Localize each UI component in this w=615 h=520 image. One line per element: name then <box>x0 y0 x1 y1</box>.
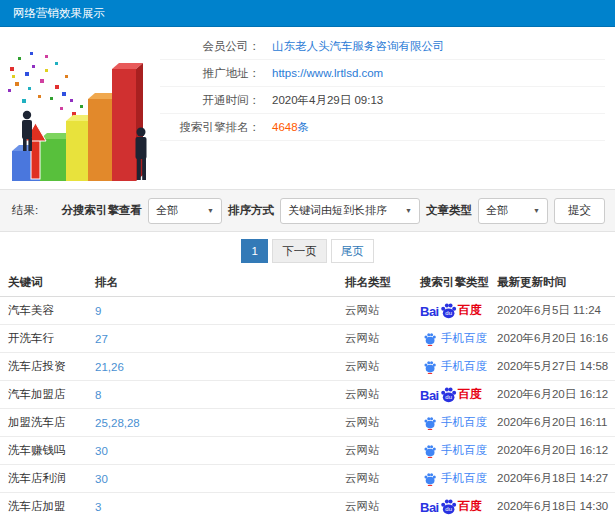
baidu-cn-text: 百度 <box>458 386 482 403</box>
baidu-logo: Bai du 百度 <box>420 498 482 515</box>
promo-url-link[interactable]: https://www.lrtlsd.com <box>272 67 383 79</box>
svg-text:du: du <box>445 310 452 316</box>
table-row: 开洗车行 27 云网站 手机百度 2020年6月20日 16:16 <box>0 325 615 353</box>
keyword-cell: 洗车赚钱吗 <box>8 443 95 458</box>
promo-url-row: 推广地址： https://www.lrtlsd.com <box>160 60 605 87</box>
table-row: 汽车加盟店 8 云网站 Bai du 百度 2020年6月20日 16:12 <box>0 381 615 409</box>
sort-filter-select[interactable]: 关键词由短到长排序 ▼ <box>280 198 420 224</box>
table-row: 洗车店利润 30 云网站 手机百度 2020年6月18日 14:27 <box>0 465 615 493</box>
svg-text:du: du <box>445 506 452 512</box>
mobile-baidu-text: 手机百度 <box>441 331 487 346</box>
engine-type-cell: 手机百度 <box>420 331 497 346</box>
engine-type-cell: Bai du 百度 <box>420 302 497 319</box>
keyword-cell: 汽车加盟店 <box>8 387 95 402</box>
engine-type-cell: Bai du 百度 <box>420 386 497 403</box>
sort-filter-value: 关键词由短到长排序 <box>288 203 387 218</box>
article-type-label: 文章类型 <box>426 203 472 218</box>
results-table: 关键词 排名 排名类型 搜索引擎类型 最新更新时间 汽车美容 9 云网站 Bai… <box>0 269 615 520</box>
open-time-value: 2020年4月29日 09:13 <box>272 93 383 108</box>
updated-time-cell: 2020年6月18日 14:30 <box>497 499 615 514</box>
rank-type-cell: 云网站 <box>345 443 420 458</box>
table-row: 汽车美容 9 云网站 Bai du 百度 2020年6月5日 11:24 <box>0 297 615 325</box>
chevron-down-icon: ▼ <box>533 207 540 214</box>
rank-cell[interactable]: 21,26 <box>95 361 345 373</box>
engine-filter-value: 全部 <box>156 203 178 218</box>
updated-time-cell: 2020年6月18日 14:27 <box>497 471 615 486</box>
keyword-cell: 汽车美容 <box>8 303 95 318</box>
mobile-baidu-paw-icon <box>423 444 437 458</box>
baidu-paw-icon: du <box>440 386 457 403</box>
engine-rank-value[interactable]: 4648条 <box>272 120 309 135</box>
page-header: 网络营销效果展示 <box>0 0 615 27</box>
pagination: 1 下一页 尾页 <box>0 232 615 269</box>
promo-url-label: 推广地址： <box>160 66 260 81</box>
baidu-cn-text: 百度 <box>458 302 482 319</box>
result-label: 结果: <box>12 203 38 218</box>
table-body: 汽车美容 9 云网站 Bai du 百度 2020年6月5日 11:24 开洗车… <box>0 297 615 520</box>
engine-filter-select[interactable]: 全部 ▼ <box>148 198 222 224</box>
updated-time-cell: 2020年6月20日 16:11 <box>497 415 615 430</box>
rank-unit[interactable]: 条 <box>298 121 310 133</box>
next-page-button[interactable]: 下一页 <box>272 239 327 263</box>
updated-time-cell: 2020年6月5日 11:24 <box>497 303 615 318</box>
chevron-down-icon: ▼ <box>405 207 412 214</box>
chevron-down-icon: ▼ <box>207 207 214 214</box>
mobile-baidu-paw-icon <box>423 332 437 346</box>
table-row: 加盟洗车店 25,28,28 云网站 手机百度 2020年6月20日 16:11 <box>0 409 615 437</box>
rank-cell[interactable]: 3 <box>95 501 345 513</box>
member-company-link[interactable]: 山东老人头汽车服务咨询有限公司 <box>272 39 445 54</box>
keyword-cell: 洗车店投资 <box>8 359 95 374</box>
keyword-cell: 洗车店利润 <box>8 471 95 486</box>
rank-type-cell: 云网站 <box>345 471 420 486</box>
baidu-bai-text: Bai <box>420 500 439 515</box>
updated-time-cell: 2020年6月20日 16:12 <box>497 443 615 458</box>
baidu-bai-text: Bai <box>420 304 439 319</box>
rank-type-cell: 云网站 <box>345 415 420 430</box>
updated-time-cell: 2020年5月27日 14:58 <box>497 359 615 374</box>
keyword-cell: 开洗车行 <box>8 331 95 346</box>
keyword-cell: 洗车店加盟 <box>8 499 95 514</box>
page-title: 网络营销效果展示 <box>13 6 105 21</box>
mobile-baidu-paw-icon <box>423 360 437 374</box>
rank-cell[interactable]: 8 <box>95 389 345 401</box>
engine-rank-row: 搜索引擎排名： 4648条 <box>160 114 605 141</box>
engine-filter-label: 分搜索引擎查看 <box>62 203 143 218</box>
table-row: 洗车赚钱吗 30 云网站 手机百度 2020年6月20日 16:12 <box>0 437 615 465</box>
table-header-row: 关键词 排名 排名类型 搜索引擎类型 最新更新时间 <box>0 269 615 297</box>
rank-type-cell: 云网站 <box>345 303 420 318</box>
updated-time-cell: 2020年6月20日 16:12 <box>497 387 615 402</box>
page-1-button[interactable]: 1 <box>241 239 268 263</box>
rank-cell[interactable]: 9 <box>95 305 345 317</box>
col-header-rank-type: 排名类型 <box>345 275 420 290</box>
submit-button[interactable]: 提交 <box>554 198 605 224</box>
rank-cell[interactable]: 25,28,28 <box>95 417 345 429</box>
last-page-button[interactable]: 尾页 <box>331 239 374 263</box>
mobile-baidu-text: 手机百度 <box>441 443 487 458</box>
info-section: 会员公司： 山东老人头汽车服务咨询有限公司 推广地址： https://www.… <box>0 27 615 189</box>
rank-cell[interactable]: 30 <box>95 473 345 485</box>
engine-type-cell: 手机百度 <box>420 443 497 458</box>
rank-count[interactable]: 4648 <box>272 121 298 133</box>
mobile-baidu-text: 手机百度 <box>441 471 487 486</box>
engine-type-cell: 手机百度 <box>420 359 497 374</box>
mobile-baidu-text: 手机百度 <box>441 359 487 374</box>
mobile-baidu-logo: 手机百度 <box>420 331 487 346</box>
rank-cell[interactable]: 30 <box>95 445 345 457</box>
table-row: 洗车店加盟 3 云网站 Bai du 百度 2020年6月18日 14:30 <box>0 493 615 520</box>
confetti-dots <box>8 52 88 122</box>
rank-type-cell: 云网站 <box>345 387 420 402</box>
baidu-cn-text: 百度 <box>458 498 482 515</box>
bar-chart-image <box>0 27 160 187</box>
baidu-logo: Bai du 百度 <box>420 386 482 403</box>
open-time-row: 开通时间： 2020年4月29日 09:13 <box>160 87 605 114</box>
col-header-updated: 最新更新时间 <box>497 275 615 290</box>
mobile-baidu-paw-icon <box>423 472 437 486</box>
rank-cell[interactable]: 27 <box>95 333 345 345</box>
member-company-label: 会员公司： <box>160 39 260 54</box>
article-type-select[interactable]: 全部 ▼ <box>478 198 548 224</box>
baidu-paw-icon: du <box>440 302 457 319</box>
engine-rank-label: 搜索引擎排名： <box>160 120 260 135</box>
sort-filter-label: 排序方式 <box>228 203 274 218</box>
company-info: 会员公司： 山东老人头汽车服务咨询有限公司 推广地址： https://www.… <box>160 27 615 189</box>
filter-bar: 结果: 分搜索引擎查看 全部 ▼ 排序方式 关键词由短到长排序 ▼ 文章类型 全… <box>0 189 615 232</box>
